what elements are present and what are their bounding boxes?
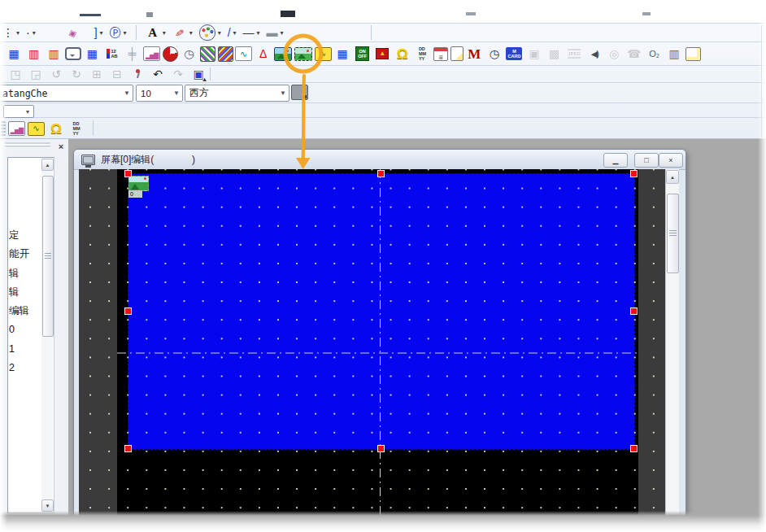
date-display-icon[interactable]: DD MM YY — [413, 45, 431, 63]
pin-tool-icon[interactable]: ╪ — [124, 45, 141, 63]
numeric-input-icon[interactable]: ▥ — [45, 45, 63, 63]
macro-m-icon[interactable]: M — [465, 45, 483, 63]
rect-style-dropdown[interactable]: ▾ — [281, 29, 284, 37]
screen-list-item[interactable]: 0 — [8, 321, 41, 339]
line-style[interactable]: /▾ — [227, 24, 237, 41]
camera-icon[interactable]: ▣ — [525, 45, 543, 63]
dash-style-dropdown[interactable]: ▾ — [257, 29, 260, 37]
scroll-down-button[interactable]: ▼ — [41, 499, 54, 512]
date-display-icon[interactable]: DD MM YY — [67, 120, 85, 137]
chevron-down-icon[interactable]: ▼ — [171, 89, 182, 97]
picture-object[interactable] — [128, 176, 149, 191]
paint-stamp[interactable]: ◈ — [64, 24, 81, 41]
pipe-p-style-dropdown[interactable]: ▾ — [124, 29, 127, 37]
redo-icon[interactable]: ↷ — [169, 65, 187, 83]
pushpin-icon[interactable] — [128, 65, 146, 83]
handset-icon[interactable]: ☎ — [625, 45, 643, 63]
chevron-down-icon[interactable]: ▼ — [277, 89, 289, 97]
screen-list-item[interactable]: 辑 — [8, 264, 41, 283]
projector-icon[interactable]: ▩ — [546, 45, 564, 63]
ungroup-objects-icon[interactable]: ⊟ — [108, 65, 126, 83]
align-left-icon[interactable]: ◳ — [7, 65, 24, 83]
chevron-down-icon[interactable]: ▼ — [22, 109, 33, 115]
number-ascii-12ab-icon[interactable]: 12 AB — [103, 45, 121, 63]
numeric-display-icon[interactable]: ▥ — [25, 45, 43, 63]
minimize-button[interactable]: ▁ — [603, 153, 628, 168]
dash-style[interactable]: —▾ — [242, 24, 261, 41]
restore-button[interactable]: □ — [634, 153, 659, 168]
close-button[interactable]: × — [659, 153, 683, 168]
user-keys-icon[interactable]: O₂ — [646, 45, 664, 63]
point-style[interactable]: ·▾ — [25, 24, 37, 41]
screen-list-item[interactable]: 2 — [8, 359, 41, 377]
rect-style[interactable]: ▬▾ — [266, 24, 285, 41]
paint-stamp-icon[interactable]: ◈ — [65, 25, 80, 40]
static-text-dropdown[interactable]: ▾ — [163, 29, 166, 37]
panel-plate-icon[interactable] — [685, 47, 701, 61]
selection-handle[interactable] — [124, 170, 132, 177]
selection-handle[interactable] — [630, 307, 638, 315]
font-name-combo[interactable]: atangChe ▼ — [0, 85, 133, 102]
static-text-icon[interactable]: A — [146, 25, 160, 40]
collapsed-combo[interactable]: ▼ — [3, 105, 34, 118]
timer-icon[interactable]: ◷ — [485, 45, 503, 63]
speaker-icon[interactable]: ◀) — [585, 45, 603, 63]
bell-alarm-icon[interactable]: Ω — [394, 45, 411, 63]
align-right-icon[interactable]: ◲ — [27, 65, 45, 83]
clipped-icon-icon[interactable] — [1, 121, 6, 136]
on-off-switch-icon[interactable]: ON OFF — [354, 45, 372, 63]
dot-matrix-style[interactable]: ⋮▾ — [2, 24, 20, 41]
pattern-fill-icon[interactable] — [218, 46, 233, 62]
history-table-icon[interactable]: ▦ — [333, 45, 351, 63]
palette[interactable]: ▾ — [198, 24, 222, 41]
screen-list-item[interactable]: 1 — [8, 340, 41, 359]
zoom-select-icon[interactable]: ▣ — [189, 65, 207, 83]
edit-canvas[interactable]: 0 — [79, 169, 665, 532]
jpeg-image-icon[interactable]: JPEG — [565, 45, 583, 63]
selection-handle[interactable] — [124, 307, 132, 315]
dot-matrix-style-dropdown[interactable]: ▾ — [16, 29, 20, 37]
rotate-cw-icon[interactable]: ↻ — [67, 65, 85, 83]
scroll-up-button[interactable]: ▲ — [41, 159, 54, 171]
panel-close-button[interactable]: × — [55, 142, 67, 153]
font-size-combo[interactable]: 10 ▼ — [136, 85, 183, 102]
bell-alarm-icon[interactable]: Ω — [47, 120, 65, 137]
text-color-button[interactable] — [291, 85, 308, 100]
numeric-table-icon[interactable]: ▦ — [5, 45, 23, 63]
selection-handle[interactable] — [377, 445, 385, 452]
undo-icon[interactable]: ↶ — [149, 65, 167, 83]
palette-dropdown[interactable]: ▾ — [218, 29, 221, 37]
line-style-dropdown[interactable]: ▾ — [233, 29, 237, 37]
point-style-dropdown[interactable]: ▾ — [33, 29, 36, 37]
charset-combo[interactable]: 西方 ▼ — [185, 85, 289, 102]
pen-style-dropdown[interactable]: ▾ — [189, 29, 193, 37]
scale-ruler[interactable]: ]▾ — [94, 24, 104, 41]
trend-chart-icon[interactable]: ∿ — [235, 46, 252, 61]
screen-list-item[interactable]: 辑 — [8, 283, 41, 302]
chevron-down-icon[interactable]: ▼ — [121, 89, 133, 97]
alarm-display-icon[interactable]: ▲ — [373, 45, 391, 63]
static-picture-icon[interactable] — [274, 47, 292, 61]
selection-handle[interactable] — [377, 170, 385, 177]
pen-style[interactable]: ✎▾ — [172, 24, 194, 41]
report-clipboard-icon[interactable] — [450, 46, 464, 61]
pie-graph-icon[interactable] — [163, 46, 178, 62]
message-display-icon[interactable] — [65, 47, 81, 60]
selection-handle[interactable] — [630, 170, 638, 177]
meter-gauge-icon[interactable]: ◷ — [180, 45, 198, 63]
selected-rectangle-object[interactable] — [128, 173, 635, 450]
selection-handle[interactable] — [630, 445, 638, 452]
canvas-scrollbar-thumb[interactable] — [667, 194, 679, 273]
screen-list-item[interactable]: 定 — [8, 226, 41, 245]
xy-picture-icon[interactable]: ∿ — [315, 47, 332, 61]
screen-list-item[interactable]: 编辑 — [8, 302, 41, 321]
scale-ruler-dropdown[interactable]: ▾ — [100, 29, 103, 37]
dynamic-picture-icon[interactable] — [294, 47, 312, 61]
flask-level-icon[interactable]: Δ — [255, 45, 272, 63]
window-titlebar[interactable]: 屏幕[0]编辑( ) — [74, 150, 685, 170]
xy-picture-icon[interactable]: ∿ — [28, 122, 45, 136]
bar-graph-icon[interactable]: ▂▅▇ — [8, 121, 25, 136]
rotate-ccw-icon[interactable]: ↺ — [47, 65, 65, 83]
static-text[interactable]: A▾ — [145, 24, 167, 41]
pen-style-icon[interactable]: ✎ — [172, 25, 187, 40]
